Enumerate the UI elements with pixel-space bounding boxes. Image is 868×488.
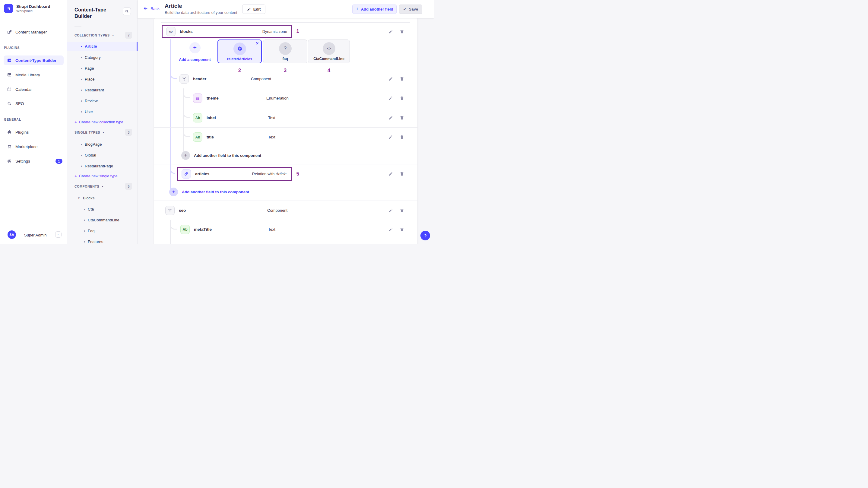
single-type-restaurantpage[interactable]: RestaurantPage — [67, 162, 137, 171]
add-component-button[interactable]: + Add a component — [177, 42, 213, 62]
field-name: seo — [179, 208, 186, 213]
sidebar-item-media-library[interactable]: Media Library — [4, 70, 64, 80]
edit-field-button[interactable] — [389, 172, 393, 176]
field-row-header[interactable]: header Component — [154, 69, 417, 88]
field-type: Text — [268, 227, 275, 232]
component-chip-faq[interactable]: ? faq — [263, 39, 307, 63]
component-features[interactable]: Features — [67, 237, 137, 244]
component-icon — [180, 74, 189, 84]
chevron-down-icon: ▼ — [102, 131, 105, 134]
field-name: header — [193, 77, 206, 81]
cart-icon — [7, 144, 12, 149]
components-header[interactable]: COMPONENTS ▼ — [74, 185, 104, 188]
field-name: label — [207, 116, 216, 120]
text-field-icon: Ab — [193, 132, 203, 142]
single-type-blogpage[interactable]: BlogPage — [67, 140, 137, 149]
delete-field-button[interactable] — [400, 77, 404, 81]
sidebar-item-marketplace[interactable]: Marketplace — [4, 142, 64, 151]
collection-type-place[interactable]: Place — [67, 75, 137, 84]
sidebar-item-calendar[interactable]: Calendar — [4, 85, 64, 94]
page-subtitle: Build the data architecture of your cont… — [165, 10, 237, 15]
plus-icon: + — [355, 6, 358, 12]
collection-types-header[interactable]: COLLECTION TYPES ▼ — [74, 33, 114, 37]
field-row-articles[interactable]: articles Relation with Article 5 — [154, 164, 417, 183]
save-button[interactable]: ✓ Save — [399, 4, 422, 14]
collection-type-article[interactable]: Article — [67, 42, 137, 51]
component-faq[interactable]: Faq — [67, 226, 137, 235]
sidebar-item-seo[interactable]: SEO — [4, 99, 64, 108]
plus-icon: + — [189, 42, 200, 53]
field-type: Text — [268, 135, 275, 139]
sidebar-item-content-type-builder[interactable]: Content-Type Builder — [4, 56, 64, 65]
component-chip-relatedarticles[interactable]: ✕ relatedArticles — [217, 39, 262, 63]
collection-type-category[interactable]: Category — [67, 53, 137, 62]
bullet-icon — [81, 144, 82, 145]
search-button[interactable] — [123, 7, 131, 16]
sidebar-item-settings[interactable]: Settings — [4, 156, 64, 166]
help-button[interactable]: ? — [421, 231, 430, 240]
cube-icon — [234, 42, 246, 55]
delete-field-button[interactable] — [400, 29, 404, 34]
plus-icon: + — [169, 188, 178, 196]
field-row-blocks[interactable]: ∞ blocks Dynamic zone 1 — [154, 25, 417, 38]
arrow-left-icon — [143, 6, 148, 11]
settings-notification-badge: 1 — [56, 159, 62, 164]
add-field-to-component-inner[interactable]: + Add another field to this component — [154, 146, 417, 165]
field-row-theme[interactable]: theme Enumeration — [154, 88, 417, 108]
edit-field-button[interactable] — [389, 77, 393, 81]
divider — [74, 27, 82, 27]
field-row-label[interactable]: Ab label Text — [154, 108, 417, 127]
edit-field-button[interactable] — [389, 208, 393, 213]
bullet-icon — [81, 100, 82, 102]
create-single-type-link[interactable]: +Create new single type — [74, 174, 117, 179]
edit-field-button[interactable] — [389, 29, 393, 34]
back-link[interactable]: Back — [143, 6, 159, 11]
fields-list-card: ∞ blocks Dynamic zone 1 + Add a componen… — [154, 18, 417, 244]
component-group-blocks[interactable]: ▼Blocks — [78, 196, 94, 200]
delete-field-button[interactable] — [400, 96, 404, 100]
divider — [0, 20, 67, 20]
sidebar-item-label: Plugins — [16, 130, 29, 134]
create-collection-type-link[interactable]: +Create new collection type — [74, 120, 123, 125]
relation-icon — [182, 169, 191, 179]
sidebar-item-plugins[interactable]: Plugins — [4, 127, 64, 137]
component-ctacommandline[interactable]: CtaCommandLine — [67, 216, 137, 224]
bullet-icon — [81, 68, 82, 69]
sidebar-item-label: Content Manager — [16, 30, 47, 34]
component-chip-ctacommandline[interactable]: <> CtaCommandLine — [308, 39, 350, 63]
app-sidebar: Strapi Dashboard Workplace Content Manag… — [0, 0, 67, 244]
plus-icon: + — [74, 174, 77, 179]
collapse-sidebar-button[interactable]: ‹ — [55, 231, 62, 238]
edit-button[interactable]: Edit — [242, 4, 266, 14]
single-types-header[interactable]: SINGLE TYPES ▼ — [74, 131, 105, 134]
delete-field-button[interactable] — [400, 172, 404, 176]
collection-type-review[interactable]: Review — [67, 96, 137, 105]
edit-field-button[interactable] — [389, 227, 393, 232]
delete-field-button[interactable] — [400, 135, 404, 139]
edit-field-button[interactable] — [389, 116, 393, 120]
delete-field-button[interactable] — [400, 227, 404, 232]
general-section-label: GENERAL — [4, 118, 21, 121]
single-type-global[interactable]: Global — [67, 151, 137, 159]
collection-type-restaurant[interactable]: Restaurant — [67, 86, 137, 94]
delete-field-button[interactable] — [400, 208, 404, 213]
sidebar-item-label: Media Library — [16, 73, 40, 77]
tour-step-number: 1 — [297, 28, 299, 34]
single-types-count: 3 — [125, 129, 132, 136]
component-cta[interactable]: Cta — [67, 205, 137, 214]
delete-field-button[interactable] — [400, 116, 404, 120]
field-row-title[interactable]: Ab title Text — [154, 127, 417, 147]
avatar[interactable]: SA — [7, 231, 16, 239]
add-field-to-component-outer[interactable]: + Add another field to this component — [154, 182, 417, 202]
edit-field-button[interactable] — [389, 96, 393, 100]
sidebar-item-content-manager[interactable]: Content Manager — [4, 27, 64, 37]
divider — [161, 22, 410, 23]
close-icon[interactable]: ✕ — [256, 41, 259, 45]
collection-type-page[interactable]: Page — [67, 64, 137, 73]
field-row-metatitle[interactable]: Ab metaTitle Text — [154, 220, 417, 239]
sidebar-item-label: Content-Type Builder — [16, 58, 56, 63]
add-another-field-button[interactable]: + Add another field — [352, 4, 397, 14]
edit-field-button[interactable] — [389, 135, 393, 139]
collection-type-user[interactable]: User — [67, 108, 137, 116]
field-row-seo[interactable]: seo Component — [154, 201, 417, 220]
